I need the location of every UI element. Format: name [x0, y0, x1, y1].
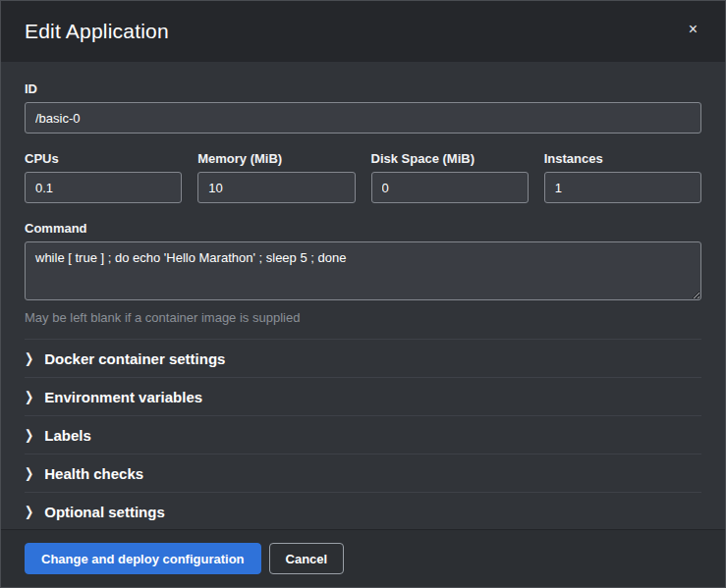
section-label: Environment variables [44, 389, 202, 405]
id-label: ID [25, 81, 701, 96]
section-environment-variables[interactable]: ❯ Environment variables [25, 377, 701, 415]
modal-title: Edit Application [25, 20, 169, 43]
chevron-right-icon: ❯ [25, 351, 33, 365]
disk-field-group: Disk Space (MiB) [371, 151, 529, 203]
command-field-group: Command while [ true ] ; do echo 'Hello … [25, 221, 701, 325]
id-input[interactable] [25, 102, 701, 134]
chevron-right-icon: ❯ [25, 466, 33, 480]
section-labels[interactable]: ❯ Labels [25, 415, 701, 454]
resources-row: CPUs Memory (MiB) Disk Space (MiB) Insta… [25, 151, 701, 203]
section-label: Optional settings [44, 504, 165, 520]
chevron-right-icon: ❯ [25, 428, 33, 442]
instances-label: Instances [544, 151, 701, 166]
edit-application-modal: Edit Application × ID CPUs Memory (MiB) … [0, 0, 726, 588]
cpus-field-group: CPUs [25, 151, 182, 203]
cpus-label: CPUs [25, 151, 182, 166]
section-label: Docker container settings [44, 350, 225, 367]
disk-input[interactable] [371, 172, 529, 203]
cancel-button[interactable]: Cancel [269, 543, 345, 574]
modal-footer: Change and deploy configuration Cancel [1, 529, 725, 587]
disk-label: Disk Space (MiB) [371, 151, 529, 166]
modal-body: ID CPUs Memory (MiB) Disk Space (MiB) In… [1, 62, 725, 529]
id-field-group: ID [25, 81, 701, 134]
instances-field-group: Instances [544, 151, 701, 203]
command-textarea[interactable]: while [ true ] ; do echo 'Hello Marathon… [25, 241, 701, 300]
command-label: Command [25, 221, 701, 236]
memory-field-group: Memory (MiB) [197, 151, 355, 203]
section-label: Labels [44, 427, 91, 444]
section-docker-container-settings[interactable]: ❯ Docker container settings [25, 339, 701, 377]
cpus-input[interactable] [25, 172, 182, 203]
chevron-right-icon: ❯ [25, 390, 33, 403]
section-label: Health checks [44, 465, 143, 482]
close-icon[interactable]: × [685, 20, 701, 39]
section-optional-settings[interactable]: ❯ Optional settings [25, 492, 701, 529]
command-help-text: May be left blank if a container image i… [25, 310, 701, 325]
change-and-deploy-button[interactable]: Change and deploy configuration [25, 543, 261, 574]
section-health-checks[interactable]: ❯ Health checks [25, 454, 701, 492]
memory-label: Memory (MiB) [197, 151, 355, 166]
modal-header: Edit Application × [1, 1, 725, 62]
instances-input[interactable] [544, 172, 701, 203]
memory-input[interactable] [197, 172, 355, 203]
chevron-right-icon: ❯ [25, 505, 33, 518]
